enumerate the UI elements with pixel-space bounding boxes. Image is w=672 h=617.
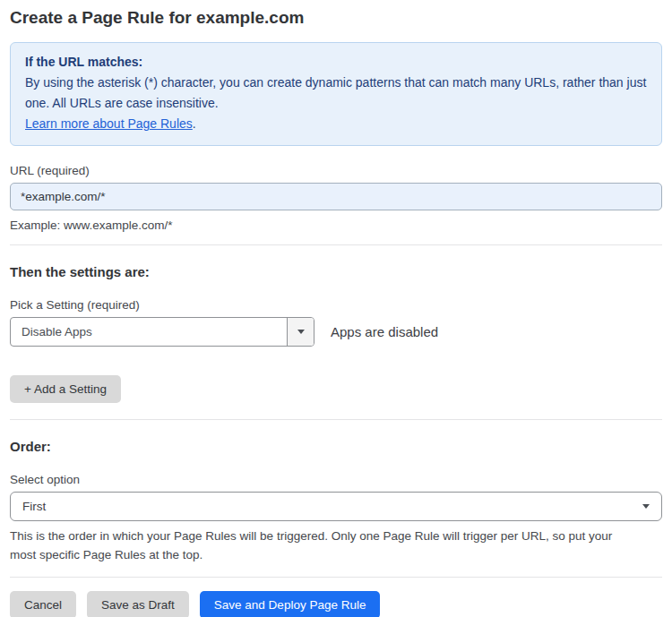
section-divider bbox=[10, 419, 662, 420]
chevron-down-icon bbox=[642, 504, 650, 509]
section-divider bbox=[10, 577, 662, 578]
setting-row: Disable Apps Apps are disabled bbox=[10, 317, 662, 347]
url-field-label: URL (required) bbox=[10, 163, 662, 178]
page-title: Create a Page Rule for example.com bbox=[10, 7, 662, 29]
section-divider bbox=[10, 244, 662, 245]
link-suffix: . bbox=[193, 116, 196, 131]
order-select-value: First bbox=[22, 500, 46, 513]
setting-picker-label: Pick a Setting (required) bbox=[10, 297, 662, 313]
setting-select-value: Disable Apps bbox=[11, 318, 287, 346]
info-box-body: By using the asterisk (*) character, you… bbox=[25, 73, 647, 114]
order-select-label: Select option bbox=[10, 472, 662, 487]
info-box-heading: If the URL matches: bbox=[25, 52, 647, 73]
order-select[interactable]: First bbox=[10, 492, 662, 521]
learn-more-link[interactable]: Learn more about Page Rules bbox=[25, 116, 193, 131]
create-page-rule-panel: Create a Page Rule for example.com If th… bbox=[0, 0, 672, 617]
footer-actions: Cancel Save as Draft Save and Deploy Pag… bbox=[10, 591, 662, 617]
chevron-down-icon bbox=[297, 330, 305, 334]
order-help-text: This is the order in which your Page Rul… bbox=[10, 527, 637, 564]
setting-select[interactable]: Disable Apps bbox=[10, 317, 314, 347]
info-box-link-line: Learn more about Page Rules. bbox=[25, 114, 647, 134]
add-setting-button[interactable]: + Add a Setting bbox=[10, 375, 121, 403]
url-input[interactable] bbox=[10, 183, 662, 210]
url-match-info-box: If the URL matches: By using the asteris… bbox=[10, 42, 662, 146]
settings-section-heading: Then the settings are: bbox=[10, 263, 662, 280]
order-section-heading: Order: bbox=[10, 438, 662, 455]
save-draft-button[interactable]: Save as Draft bbox=[87, 591, 189, 617]
url-example-text: Example: www.example.com/* bbox=[10, 216, 662, 235]
setting-status-text: Apps are disabled bbox=[331, 324, 438, 339]
save-deploy-button[interactable]: Save and Deploy Page Rule bbox=[200, 591, 381, 617]
cancel-button[interactable]: Cancel bbox=[10, 591, 76, 617]
setting-select-arrow-button[interactable] bbox=[287, 318, 314, 346]
